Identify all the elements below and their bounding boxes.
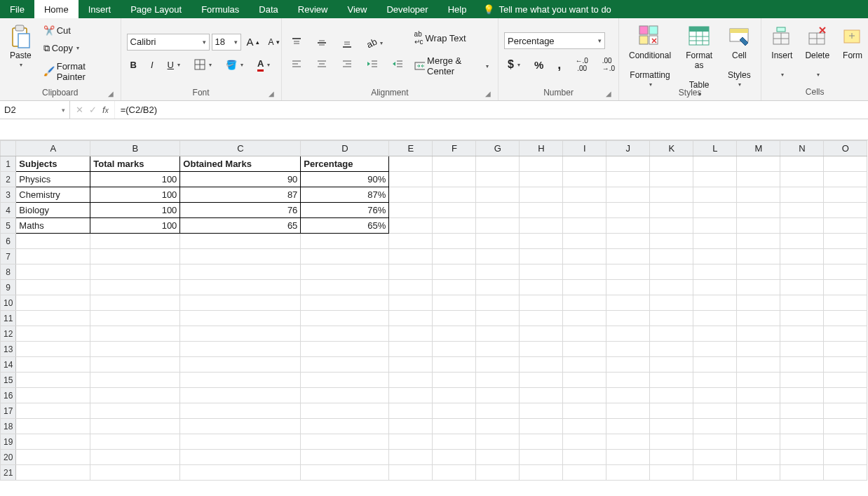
- row-header-17[interactable]: 17: [1, 403, 16, 419]
- cell[interactable]: [433, 280, 476, 295]
- cell[interactable]: [693, 311, 737, 326]
- cell-header[interactable]: Subjects: [16, 156, 90, 172]
- cell[interactable]: [693, 234, 737, 249]
- cell[interactable]: [476, 234, 520, 249]
- cell[interactable]: [693, 342, 737, 357]
- cell[interactable]: [824, 218, 867, 234]
- cell[interactable]: [433, 326, 476, 342]
- row-header-6[interactable]: 6: [1, 234, 16, 249]
- col-header-J[interactable]: J: [606, 141, 650, 156]
- cell[interactable]: [433, 450, 476, 465]
- cell[interactable]: [780, 264, 824, 280]
- enter-formula-icon[interactable]: ✓: [89, 105, 97, 115]
- cell[interactable]: [90, 342, 180, 357]
- cell[interactable]: [433, 187, 476, 203]
- align-left-button[interactable]: [287, 56, 306, 72]
- cell[interactable]: [606, 203, 650, 218]
- cell[interactable]: [389, 203, 433, 218]
- cell[interactable]: [780, 295, 824, 311]
- cell[interactable]: [606, 342, 650, 357]
- cell[interactable]: 65%: [301, 218, 389, 234]
- cell[interactable]: [476, 465, 520, 481]
- cell[interactable]: [180, 280, 301, 295]
- cell[interactable]: [606, 326, 650, 342]
- cell[interactable]: [476, 311, 520, 326]
- cell[interactable]: [433, 419, 476, 434]
- cell[interactable]: [520, 249, 563, 264]
- tell-me-search[interactable]: 💡Tell me what you want to do: [476, 0, 618, 18]
- cell[interactable]: [520, 357, 563, 373]
- cell[interactable]: [433, 465, 476, 481]
- cancel-formula-icon[interactable]: ✕: [76, 105, 83, 115]
- font-name-combo[interactable]: Calibri▾: [127, 34, 210, 51]
- cell[interactable]: [650, 187, 693, 203]
- cell[interactable]: [780, 450, 824, 465]
- cell[interactable]: [780, 311, 824, 326]
- cell[interactable]: [520, 187, 563, 203]
- cell[interactable]: [520, 295, 563, 311]
- cell[interactable]: [16, 311, 90, 326]
- cell[interactable]: [180, 249, 301, 264]
- cell[interactable]: [606, 295, 650, 311]
- cell[interactable]: [737, 434, 780, 450]
- cell[interactable]: [90, 434, 180, 450]
- increase-indent-button[interactable]: [388, 56, 407, 72]
- cell[interactable]: [301, 465, 389, 481]
- cell[interactable]: [606, 172, 650, 187]
- cell[interactable]: [737, 218, 780, 234]
- cell[interactable]: [563, 434, 606, 450]
- cell[interactable]: [563, 388, 606, 403]
- copy-button[interactable]: ⧉Copy▾: [40, 41, 115, 56]
- name-box[interactable]: D2▾: [0, 101, 70, 119]
- cell[interactable]: [180, 388, 301, 403]
- orientation-button[interactable]: ab▾: [363, 36, 386, 51]
- cell[interactable]: [780, 342, 824, 357]
- row-header-21[interactable]: 21: [1, 465, 16, 481]
- cell[interactable]: [737, 264, 780, 280]
- format-painter-button[interactable]: 🖌️Format Painter: [40, 59, 115, 84]
- cell[interactable]: [301, 295, 389, 311]
- cell[interactable]: [90, 403, 180, 419]
- cell[interactable]: [180, 264, 301, 280]
- cell[interactable]: [650, 156, 693, 172]
- cell[interactable]: [180, 311, 301, 326]
- cell[interactable]: [90, 249, 180, 264]
- cell[interactable]: [90, 419, 180, 434]
- cell[interactable]: [389, 234, 433, 249]
- cell[interactable]: [520, 326, 563, 342]
- cell[interactable]: [824, 280, 867, 295]
- cell[interactable]: 100: [90, 172, 180, 187]
- tab-formulas[interactable]: Formulas: [191, 0, 249, 18]
- cell[interactable]: [476, 450, 520, 465]
- cell[interactable]: [180, 342, 301, 357]
- tab-view[interactable]: View: [337, 0, 377, 18]
- cell[interactable]: [563, 419, 606, 434]
- cell[interactable]: [90, 326, 180, 342]
- font-color-button[interactable]: A▾: [254, 56, 273, 74]
- cell[interactable]: Physics: [16, 172, 90, 187]
- cell[interactable]: [824, 311, 867, 326]
- cell[interactable]: [780, 465, 824, 481]
- cell[interactable]: [563, 357, 606, 373]
- cell[interactable]: [16, 295, 90, 311]
- cell[interactable]: [693, 326, 737, 342]
- cell[interactable]: [301, 342, 389, 357]
- cell[interactable]: [693, 465, 737, 481]
- cell[interactable]: [90, 450, 180, 465]
- cell[interactable]: [520, 280, 563, 295]
- cell[interactable]: [476, 156, 520, 172]
- cell[interactable]: [16, 357, 90, 373]
- cell[interactable]: [650, 264, 693, 280]
- cell[interactable]: [650, 419, 693, 434]
- cell[interactable]: [476, 388, 520, 403]
- cell[interactable]: [693, 187, 737, 203]
- cell[interactable]: [520, 419, 563, 434]
- cell[interactable]: [563, 156, 606, 172]
- col-header-F[interactable]: F: [433, 141, 476, 156]
- decrease-indent-button[interactable]: [363, 56, 381, 72]
- cell[interactable]: [563, 264, 606, 280]
- cell[interactable]: [737, 187, 780, 203]
- cell[interactable]: [301, 234, 389, 249]
- cell[interactable]: 76%: [301, 203, 389, 218]
- cell[interactable]: [180, 419, 301, 434]
